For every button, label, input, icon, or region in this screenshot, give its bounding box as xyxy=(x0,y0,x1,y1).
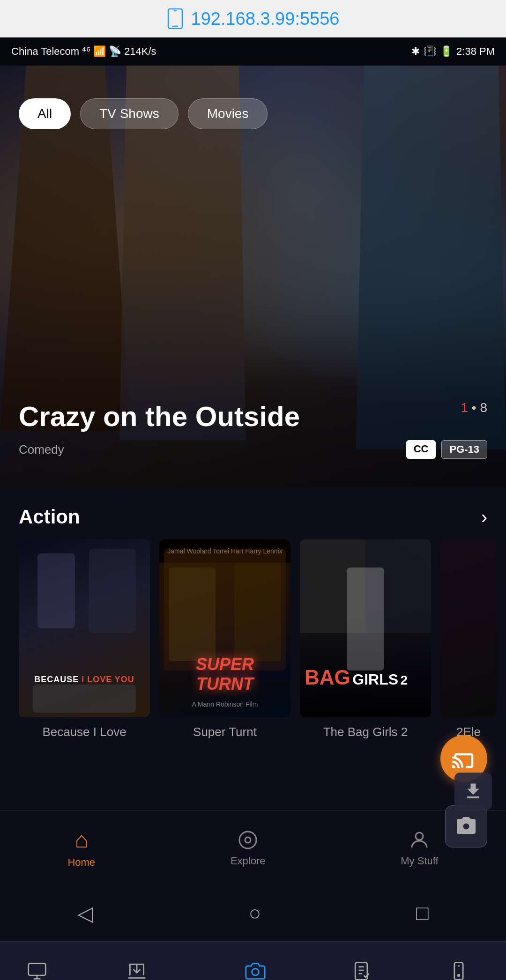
movies-row: BECAUSE I LOVE YOU Because I Love Jamal … xyxy=(0,539,506,739)
explore-icon xyxy=(237,829,259,851)
carrier-type: ⁴⁶ xyxy=(82,45,90,58)
toolbar-item-remote[interactable]: Remote xyxy=(430,956,488,980)
toolbar-item-running-apps[interactable]: Running apps xyxy=(92,956,180,980)
status-bar: China Telecom ⁴⁶ 📶 📡 214K/s ✱ 📳 🔋 2:38 P… xyxy=(0,37,506,66)
wifi-icon: 📡 xyxy=(109,45,121,58)
episode-total: 8 xyxy=(480,400,487,415)
nav-home-label: Home xyxy=(67,856,95,869)
movie-label-1: Because I Love xyxy=(19,725,150,739)
bluetooth-icon: ✱ xyxy=(411,45,420,58)
section-arrow[interactable]: › xyxy=(481,507,487,528)
action-section: Action › BECAUSE I LOVE YOU Because I Lo… xyxy=(0,487,506,758)
movie-label-2: Super Turnt xyxy=(159,725,290,739)
running-apps-icon xyxy=(126,961,147,980)
movie-card-1[interactable]: BECAUSE I LOVE YOU Because I Love xyxy=(19,539,150,739)
filter-tv-shows[interactable]: TV Shows xyxy=(80,98,179,129)
rating-badge: PG-13 xyxy=(441,440,487,459)
status-right: ✱ 📳 🔋 2:38 PM xyxy=(411,45,495,58)
svg-point-5 xyxy=(416,833,423,840)
nav-mystuff[interactable]: My Stuff xyxy=(401,829,438,867)
episode-sep: • xyxy=(472,400,476,415)
hero-badges: CC PG-13 xyxy=(406,440,487,459)
svg-point-10 xyxy=(252,969,259,976)
movie-card-4[interactable]: 2Ele xyxy=(440,539,497,739)
super-turnt-title: SuperTurnt xyxy=(164,655,286,694)
movie-poster-4 xyxy=(440,539,497,717)
remote-icon xyxy=(448,961,469,980)
back-button[interactable]: ◁ xyxy=(77,901,93,925)
movie-poster-1: BECAUSE I LOVE YOU xyxy=(19,539,150,717)
bottom-nav: ⌂ Home Explore My Stuff xyxy=(0,810,506,885)
movie-card-3[interactable]: BAG GIRLS 2 The Bag Girls 2 xyxy=(300,539,431,739)
nav-home[interactable]: ⌂ Home xyxy=(67,827,95,869)
episode-current: 1 xyxy=(461,400,468,415)
svg-rect-15 xyxy=(454,963,463,980)
carrier-name: China Telecom xyxy=(11,45,79,58)
toolbar-item-local-file[interactable]: Local file xyxy=(330,956,393,980)
camera-button[interactable] xyxy=(445,805,487,847)
cc-badge: CC xyxy=(406,440,436,459)
download-button[interactable] xyxy=(454,773,492,810)
local-file-icon xyxy=(351,961,372,980)
ip-address: 192.168.3.99:5556 xyxy=(191,9,340,29)
download-icon xyxy=(463,781,484,802)
cast-icon xyxy=(451,746,476,771)
screenshot-icon xyxy=(245,961,266,980)
battery-icon: 🔋 xyxy=(440,45,453,58)
toolbar-item-screenshot[interactable]: Screenshot xyxy=(217,956,293,980)
nav-explore[interactable]: Explore xyxy=(231,829,266,867)
mystuff-icon xyxy=(408,829,431,851)
filter-pills: All TV Shows Movies xyxy=(0,98,506,129)
camera-icon xyxy=(455,815,477,838)
filter-movies[interactable]: Movies xyxy=(188,98,268,129)
svg-rect-0 xyxy=(168,9,182,29)
phone-icon xyxy=(167,8,184,29)
hero-banner[interactable]: All TV Shows Movies Crazy on the Outside… xyxy=(0,66,506,487)
section-title: Action xyxy=(19,506,80,528)
section-header: Action › xyxy=(0,506,506,528)
hero-episode: 1 • 8 xyxy=(461,400,487,415)
movie-poster-3: BAG GIRLS 2 xyxy=(300,539,431,717)
connection-bar: 192.168.3.99:5556 xyxy=(0,0,506,37)
system-nav: ◁ ○ □ xyxy=(0,885,506,941)
movie-poster-2: Jamal Woolard Torrei Hart Harry Lennix S… xyxy=(159,539,290,717)
svg-point-4 xyxy=(245,837,251,843)
recents-button[interactable]: □ xyxy=(416,901,429,925)
speed: 214K/s xyxy=(124,45,156,58)
home-button[interactable]: ○ xyxy=(248,901,261,925)
time: 2:38 PM xyxy=(456,45,495,58)
os-icon xyxy=(27,961,47,980)
hero-title: Crazy on the Outside xyxy=(19,400,487,433)
vibrate-icon: 📳 xyxy=(424,45,436,58)
movie-label-3: The Bag Girls 2 xyxy=(300,725,431,739)
home-icon: ⌂ xyxy=(74,827,88,853)
toolbar-item-os[interactable]: os xyxy=(18,956,56,980)
movie-card-2[interactable]: Jamal Woolard Torrei Hart Harry Lennix S… xyxy=(159,539,290,739)
filter-all[interactable]: All xyxy=(19,98,71,129)
svg-point-3 xyxy=(239,832,256,848)
signal-icon: 📶 xyxy=(93,45,106,58)
hero-genre: Comedy xyxy=(19,442,64,457)
carrier-info: China Telecom ⁴⁶ 📶 📡 214K/s xyxy=(11,45,156,58)
hero-info: Crazy on the Outside 1 • 8 Comedy CC PG-… xyxy=(19,400,487,459)
super-turnt-subtitle: A Mann Robinson Film xyxy=(164,700,286,708)
svg-point-17 xyxy=(458,974,460,976)
screenshot-toolbar: os Running apps Screenshot Local file xyxy=(0,941,506,980)
svg-rect-6 xyxy=(29,964,46,976)
nav-explore-label: Explore xyxy=(231,855,266,867)
phone-screen: China Telecom ⁴⁶ 📶 📡 214K/s ✱ 📳 🔋 2:38 P… xyxy=(0,37,506,941)
nav-mystuff-label: My Stuff xyxy=(401,855,438,867)
hero-meta: Comedy CC PG-13 xyxy=(19,440,487,459)
